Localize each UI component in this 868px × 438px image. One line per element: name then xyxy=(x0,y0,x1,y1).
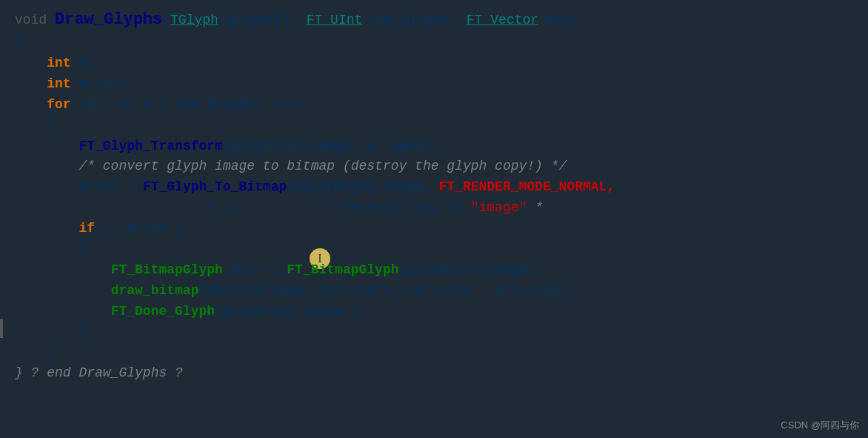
line-transform: FT_Glyph_Transform(glyphs[n].image, 0, &… xyxy=(15,136,853,157)
line-bitmapglyph: FT_BitmapGlyph bit = (FT_BitmapGlyph)gly… xyxy=(15,260,853,281)
line-if-brace: { xyxy=(15,239,853,260)
line-header: void Draw_Glyphs(TGlyph glyphs[], FT_UIn… xyxy=(15,7,853,33)
line-int-error: int error; xyxy=(15,74,853,95)
watermark: CSDN @阿四与你 xyxy=(781,419,859,432)
line-end-comment: } ? end Draw_Glyphs ? xyxy=(15,363,853,384)
code-viewer: I void Draw_Glyphs(TGlyph glyphs[], FT_U… xyxy=(0,0,868,438)
line-open-brace: { xyxy=(15,33,853,53)
line-comment: /* convert glyph image to bitmap (destro… xyxy=(15,156,853,177)
line-int-n: int n; xyxy=(15,53,853,74)
line-ft-done: FT_Done_Glyph(glyphs[n].image ); xyxy=(15,302,853,322)
line-for: for (n = 0; n < num_glyphs; n++) xyxy=(15,95,853,116)
code-block: void Draw_Glyphs(TGlyph glyphs[], FT_UIn… xyxy=(15,7,853,384)
line-error-assign: error = FT_Glyph_To_Bitmap(&glyphs[n].im… xyxy=(15,177,853,198)
line-for-close: } xyxy=(15,342,853,363)
line-if-close: } xyxy=(15,322,853,343)
line-if: if ( !error ) xyxy=(15,219,853,239)
left-margin-bar xyxy=(0,319,3,338)
line-for-brace: { xyxy=(15,116,853,136)
line-bitmap-arg: 1 ); /* destroy copy in "image" * xyxy=(15,198,853,219)
line-draw-bitmap: draw_bitmap(&bit->bitmap, bit->left, var… xyxy=(15,281,853,302)
